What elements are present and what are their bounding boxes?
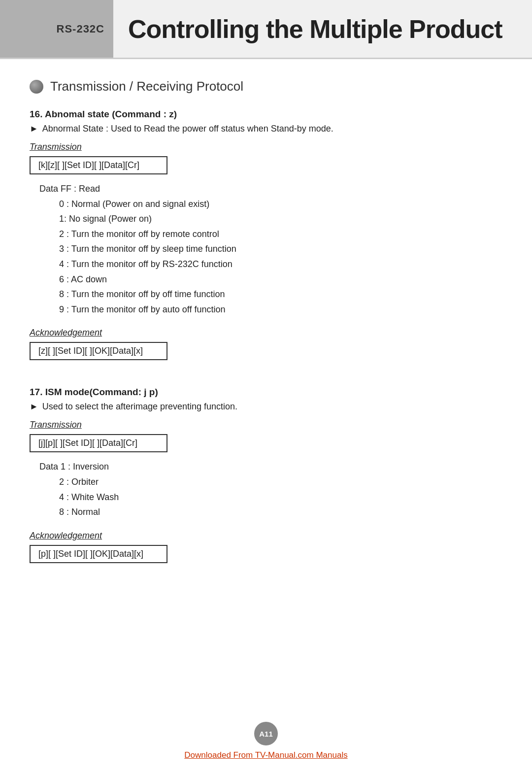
divider <box>30 367 502 382</box>
page-footer: A11 Downloaded From TV-Manual.com Manual… <box>0 722 532 760</box>
page-title: Controlling the Multiple Product <box>128 14 502 44</box>
command-17-title: 17. ISM mode(Command: j p) <box>30 387 502 398</box>
list-item: 4 : Turn the monitor off by RS-232C func… <box>59 257 502 272</box>
data-header-17: Data 1 : Inversion <box>39 459 502 474</box>
command-16-section: 16. Abnomal state (Command : z) ► Abnorm… <box>30 109 502 367</box>
data-ff-label: Data FF : Read <box>39 181 502 197</box>
list-item: 2 : Turn the monitor off by remote contr… <box>59 227 502 242</box>
list-item: 1: No signal (Power on) <box>59 211 502 227</box>
command-17-section: 17. ISM mode(Command: j p) ► Used to sel… <box>30 387 502 570</box>
rs232c-label: RS-232C <box>57 23 104 35</box>
command-16-title: 16. Abnomal state (Command : z) <box>30 109 502 120</box>
data-items-16: 0 : Normal (Power on and signal exist) 1… <box>59 197 502 317</box>
transmission-code-16: [k][z][ ][Set ID][ ][Data][Cr] <box>30 156 167 174</box>
list-item: 0 : Normal (Power on and signal exist) <box>59 197 502 212</box>
acknowledgement-label-16: Acknowledgement <box>30 328 502 338</box>
acknowledgement-code-16: [z][ ][Set ID][ ][OK][Data][x] <box>30 342 167 360</box>
page-header: RS-232C Controlling the Multiple Product <box>0 0 532 59</box>
list-item: 8 : Normal <box>59 505 502 520</box>
list-item: 9 : Turn the monitor off by auto off fun… <box>59 302 502 317</box>
section-heading-text: Transmission / Receiving Protocol <box>50 79 243 94</box>
main-content: Transmission / Receiving Protocol 16. Ab… <box>0 59 532 609</box>
acknowledgement-code-17: [p][ ][Set ID][ ][OK][Data][x] <box>30 545 167 563</box>
list-item: 2 : Orbiter <box>59 474 502 490</box>
transmission-code-17: [j][p][ ][Set ID][ ][Data][Cr] <box>30 434 167 452</box>
transmission-label-16: Transmission <box>30 142 502 152</box>
list-item: 4 : White Wash <box>59 490 502 505</box>
header-label-area: RS-232C <box>0 0 113 58</box>
list-item: 3 : Turn the monitor off by sleep time f… <box>59 241 502 257</box>
arrow-icon: ► <box>30 124 38 134</box>
circle-icon <box>30 80 43 94</box>
list-item: 6 : AC down <box>59 272 502 287</box>
header-title-area: Controlling the Multiple Product <box>113 0 532 58</box>
command-16-desc: ► Abnormal State : Used to Read the powe… <box>30 124 502 134</box>
command-17-desc: ► Used to select the afterimage preventi… <box>30 402 502 412</box>
acknowledgement-label-17: Acknowledgement <box>30 531 502 541</box>
transmission-label-17: Transmission <box>30 420 502 430</box>
footer-link[interactable]: Downloaded From TV-Manual.com Manuals <box>184 750 347 760</box>
list-item: 8 : Turn the monitor off by off time fun… <box>59 287 502 302</box>
page-number-badge: A11 <box>254 722 278 745</box>
data-items-17: 2 : Orbiter 4 : White Wash 8 : Normal <box>59 474 502 520</box>
section-heading: Transmission / Receiving Protocol <box>30 79 502 94</box>
arrow-icon: ► <box>30 402 38 412</box>
